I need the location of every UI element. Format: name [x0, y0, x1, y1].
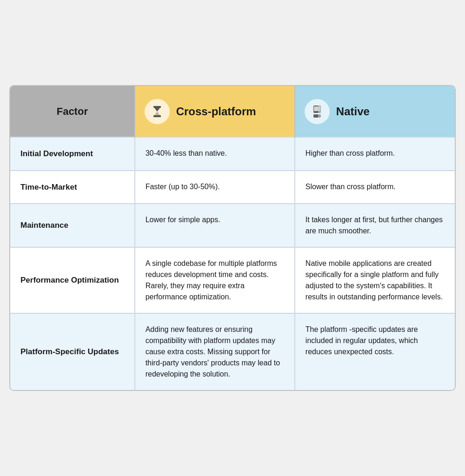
svg-rect-5 [317, 106, 320, 111]
factor-header-label: Factor [57, 106, 88, 117]
svg-rect-7 [316, 114, 321, 118]
native-cell: It takes longer at first, but further ch… [295, 204, 455, 247]
factor-cell: Initial Development [10, 137, 135, 171]
cross-platform-cell: Faster (up to 30-50%). [135, 171, 295, 204]
native-cell: The platform -specific updates are inclu… [295, 313, 455, 390]
table-row: MaintenanceLower for simple apps.It take… [10, 204, 455, 247]
native-cell: Slower than cross platform. [295, 171, 455, 204]
comparison-table: Factor Cross-platfor [9, 85, 456, 391]
native-cell: Native mobile applications are created s… [295, 247, 455, 313]
cross-platform-cell: Lower for simple apps. [135, 204, 295, 247]
cross-platform-icon [145, 99, 170, 124]
factor-cell: Time-to-Market [10, 171, 135, 204]
svg-rect-1 [153, 115, 161, 117]
svg-rect-0 [153, 106, 161, 108]
table-row: Initial Development30-40% less than nati… [10, 137, 455, 171]
cross-platform-header: Cross-platform [135, 86, 295, 137]
factor-cell: Performance Optimization [10, 247, 135, 313]
table-row: Platform-Specific UpdatesAdding new feat… [10, 313, 455, 390]
cross-platform-cell: Adding new features or ensuring compatib… [135, 313, 295, 390]
native-header-label: Native [336, 105, 370, 118]
factor-header: Factor [10, 86, 135, 137]
table-row: Time-to-MarketFaster (up to 30-50%).Slow… [10, 171, 455, 204]
cross-platform-cell: 30-40% less than native. [135, 137, 295, 171]
table-row: Performance OptimizationA single codebas… [10, 247, 455, 313]
factor-cell: Maintenance [10, 204, 135, 247]
cross-platform-header-label: Cross-platform [176, 105, 256, 118]
native-icon [305, 99, 330, 124]
native-cell: Higher than cross platform. [295, 137, 455, 171]
factor-cell: Platform-Specific Updates [10, 313, 135, 390]
cross-platform-cell: A single codebase for multiple platforms… [135, 247, 295, 313]
native-header: Native [295, 86, 455, 137]
